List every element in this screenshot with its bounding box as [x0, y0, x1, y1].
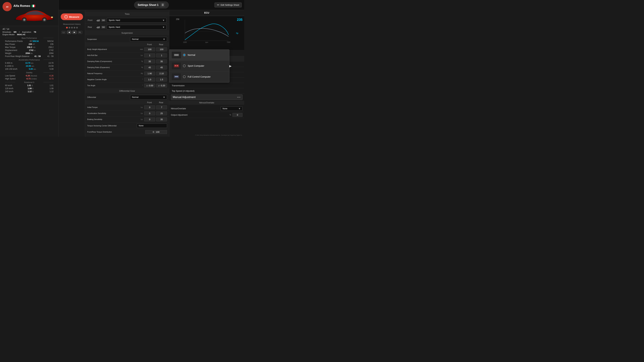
diff-front-col-header: Front	[144, 101, 155, 104]
accel-sensitivity-front-value[interactable]: 0	[144, 111, 155, 115]
toe-rear-value[interactable]: ↕↑ 0.20	[156, 84, 167, 87]
damping-exp-front-value[interactable]: 45	[144, 65, 155, 69]
torque-distribution-row: Front/Rear Torque Distribution 0 : 100	[85, 129, 169, 135]
suspension-type-select[interactable]: Normal ▼	[130, 37, 167, 41]
braking-sensitivity-unit: Lv.	[139, 118, 143, 120]
ecu-option-normal[interactable]: Normal	[169, 50, 229, 60]
damping-exp-rear-value[interactable]: 45	[156, 65, 167, 69]
tire-rear-label: Rear	[88, 26, 95, 28]
stat-0-1000: 0-1000 m 24.59 sec. 24.59	[2, 64, 56, 67]
engine-label: Engine Model	[2, 33, 14, 35]
nitrous-output-value[interactable]: 0	[232, 113, 242, 117]
measure-button[interactable]: ! Measure	[61, 13, 83, 20]
camber-label: Negative Camber Angle	[87, 78, 139, 81]
accel-sensitivity-unit: Lv.	[139, 112, 143, 114]
transmission-menu-item[interactable]: Transmission	[169, 83, 244, 88]
svg-point-18	[175, 55, 176, 55]
nitrous-type-row: Nitrous/Overtake None ▼	[169, 105, 244, 112]
low-speed-compare: -0.26	[49, 75, 54, 77]
italy-flag-icon	[32, 5, 35, 7]
tire-rear-row: Rear 🏎 SH Sports: Hard ▼	[85, 24, 169, 31]
manual-adj-dots-icon: •••	[237, 96, 241, 98]
01000-compare: 24.59	[48, 65, 54, 67]
nav-next-button[interactable]: ▶	[72, 30, 77, 34]
balance-compare: 41 : 59	[47, 55, 54, 57]
engine-value: 960A1-4C	[17, 33, 26, 35]
pp-compare: 509.54	[47, 40, 54, 42]
tire-front-select[interactable]: Sports: Hard ▼	[107, 18, 166, 23]
damping-exp-unit: %	[139, 66, 143, 68]
nitrous-section-header: Nitrous/Overtake	[169, 101, 244, 105]
natural-freq-unit: Hz	[139, 72, 143, 74]
stat-torque: Max Torque 258.2 ft-lb 258.2	[2, 46, 56, 49]
anti-roll-rear-value[interactable]: 1	[156, 53, 167, 57]
tire-rear-select[interactable]: Sports: Hard ▼	[107, 25, 166, 29]
history-dot-1	[66, 27, 68, 28]
ecu-full-control-label: Full Control Computer	[188, 75, 211, 78]
ecu-option-sport[interactable]: Sport Computer	[169, 60, 229, 71]
stat-displacement: Displacement 1742 cc 1742	[2, 49, 56, 52]
torque-vectoring-value: None	[139, 124, 144, 127]
chart-hp-value: 235	[237, 18, 242, 22]
nav-prev-button[interactable]: ◀	[67, 30, 71, 34]
stat-0-400: 0-400 m 13.70 sec. 13.70	[2, 61, 56, 64]
drivetrain-label: Drivetrain	[2, 31, 11, 33]
measurement-history-label: Measurement History	[63, 23, 81, 25]
torque-distribution-value[interactable]: 0 : 100	[145, 130, 167, 134]
ecu-option-full-control[interactable]: Full Control Computer	[169, 71, 229, 82]
damping-comp-unit: %	[139, 60, 143, 62]
braking-sensitivity-front-value[interactable]: 0	[144, 117, 155, 121]
car-brand: Alfa Romeo	[14, 4, 35, 8]
manual-adjustment-bar[interactable]: Manual Adjustment •••	[171, 94, 242, 100]
manual-adj-label: Manual Adjustment	[173, 96, 196, 99]
r1-label: R1	[78, 31, 82, 34]
ecu-full-control-radio	[183, 75, 186, 78]
aspiration-value: TB	[34, 31, 36, 33]
base-perf-divider: Base Performance	[2, 36, 56, 40]
natural-freq-front-value[interactable]: 1.90	[144, 71, 155, 75]
initial-torque-rear-value[interactable]: 7	[156, 105, 167, 109]
svg-point-23	[175, 65, 176, 66]
accel-sensitivity-rear-value[interactable]: 25	[156, 111, 167, 115]
braking-sensitivity-rear-value[interactable]: 35	[156, 117, 167, 121]
ecu-full-control-icon	[172, 73, 181, 80]
braking-sensitivity-row: Braking Sensitivity Lv. 0 35	[85, 116, 169, 122]
body-height-front-value[interactable]: 100	[144, 47, 155, 51]
camber-rear-value[interactable]: 1.5	[156, 78, 167, 81]
natural-freq-row: Natural Frequency Hz 1.90 2.10	[85, 70, 169, 77]
torque-vectoring-select[interactable]: None	[137, 123, 167, 128]
stat-power: Max Power 235 HP 235	[2, 43, 56, 46]
col-header-empty	[87, 43, 144, 46]
svg-point-24	[177, 65, 178, 66]
settings-menu-button[interactable]: ☰	[160, 3, 165, 7]
svg-point-20	[178, 55, 178, 55]
differential-dropdown-arrow: ▼	[163, 96, 165, 98]
240kmh-compare: 1.12	[50, 90, 54, 93]
suspension-rear-col-header: Rear	[155, 43, 167, 46]
differential-type-select[interactable]: Normal ▼	[130, 95, 167, 99]
car-model-label: 4C '14	[2, 28, 56, 30]
settings-content: Tires Front 🏎 SH Sports: Hard ▼ Rear 🏎 S…	[85, 10, 169, 137]
tire-rear-value: Sports: Hard	[109, 26, 120, 28]
l1-label: L1	[62, 31, 66, 34]
measure-panel: ! Measure Measurement History L1 ◀ ▶ R1	[59, 10, 85, 137]
stat-weight: Weight 2094 lbs. 2094	[2, 52, 56, 55]
body-height-rear-value[interactable]: 100	[156, 47, 167, 51]
top-speed-menu-item[interactable]: Top Speed (A Adjusted)	[169, 88, 244, 94]
tires-section-header: Tires	[85, 12, 169, 16]
body-height-row: Body Height Adjustment mm 100 100	[85, 46, 169, 52]
toe-front-value[interactable]: ↕↕ 0.00	[144, 84, 155, 87]
ecu-chart-svg: 1000 rpm 7000	[171, 18, 242, 45]
damping-comp-rear-value[interactable]: 35	[156, 59, 167, 63]
edit-settings-button[interactable]: ••• Edit Settings Sheet	[214, 2, 242, 7]
natural-freq-rear-value[interactable]: 2.10	[156, 71, 167, 75]
nitrous-output-unit: %	[230, 114, 231, 116]
camber-front-value[interactable]: 1.0	[144, 78, 155, 81]
nitrous-type-select[interactable]: None ▼	[221, 106, 242, 111]
natural-freq-label: Natural Frequency	[87, 72, 139, 75]
initial-torque-front-value[interactable]: 0	[144, 105, 155, 109]
damping-comp-front-value[interactable]: 35	[144, 59, 155, 63]
ecu-sport-radio	[183, 64, 186, 67]
anti-roll-front-value[interactable]: 1	[144, 53, 155, 57]
torque-vectoring-row: Torque-Vectoring Center Differential Non…	[85, 122, 169, 129]
